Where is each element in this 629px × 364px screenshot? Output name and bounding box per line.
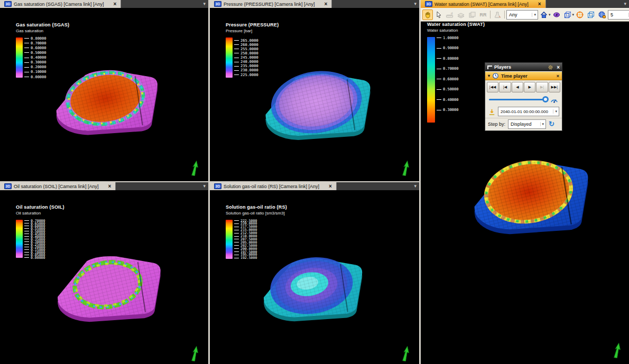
chevron-down-icon[interactable]: ▾ [549,13,551,17]
cube-faces-button[interactable] [562,10,573,20]
toolbar-separator [490,11,491,18]
north-arrow-icon [189,159,201,177]
chevron-down-icon[interactable]: ▾ [532,13,538,17]
well-filter-button[interactable] [492,10,503,20]
time-player-header[interactable]: ▾ Time player × [485,71,562,80]
player-controls: |◀◀ |◀ ◀ ▶ ▶| ▶▶| [485,80,562,94]
play-forward-button[interactable]: ▶ [524,82,535,92]
players-title: Players [494,64,511,70]
window-icon [487,66,492,69]
gear-icon[interactable] [548,64,553,70]
close-icon[interactable]: × [557,64,560,70]
set-time-icon[interactable] [488,108,496,116]
chevron-down-icon[interactable]: ▾ [553,109,559,114]
copy-icon [468,11,476,19]
select-arrow-button[interactable] [433,10,444,20]
flask-icon [493,11,502,19]
colorbar [226,38,233,78]
refresh-icon[interactable]: ↻ [549,120,554,127]
play-backward-button[interactable]: ◀ [512,82,523,92]
copy-plane-button[interactable] [467,10,477,20]
colorbar [16,38,23,78]
close-icon[interactable]: × [329,184,332,189]
colorbar-ticks: 265.0000 260.0000 255.0000 250.0000 245.… [234,39,258,77]
speed-gauge-icon[interactable] [550,96,558,103]
camera-eye-icon [552,11,561,19]
zoom-all-button[interactable] [575,10,585,20]
close-icon[interactable]: × [114,2,117,6]
legend-subtitle: Water saturation [427,28,485,33]
viewport-sgas[interactable]: Gas saturation (SGAS) Gas saturation 0.8… [0,8,208,181]
skip-end-button[interactable]: ▶▶| [549,82,560,92]
close-icon[interactable]: × [325,2,328,6]
bounding-box-button[interactable] [586,10,596,20]
world-axes-button[interactable] [597,10,607,20]
tab-menu-icon[interactable]: ▾ [624,1,626,6]
tab-pressure[interactable]: 3D Pressure (PRESSURE) [Camera link] [An… [210,0,332,8]
timestep-combobox[interactable]: 2040-01-01 00:00:00.000 ▾ [498,107,559,116]
colorbar-ticks: 0.70000 0.65000 0.60000 0.55000 0.50000 … [24,219,45,258]
cube-icon [563,11,572,19]
chevron-down-icon[interactable]: ▾ [540,122,546,126]
legend-title: Oil saturation (SOIL) [16,204,64,210]
grid-scale-combobox[interactable]: 5 ▾ [608,10,629,20]
north-arrow-icon [189,344,201,362]
tab-oil-saturation[interactable]: 3D Oil saturation (SOIL) [Camera link] [… [0,182,116,190]
view-3d-icon: 3D [425,1,432,7]
north-arrow-icon [400,344,412,362]
measure-distance-button[interactable]: d [445,10,455,20]
hand-icon [423,11,432,19]
ruler-icon: d [446,11,454,19]
time-slider[interactable] [489,99,547,100]
tab-menu-icon[interactable]: ▾ [203,1,206,6]
tab-solution-gor[interactable]: 3D Solution gas-oil ratio (RS) [Camera l… [210,182,337,190]
pan-hand-button[interactable] [422,10,433,20]
view-toolbar: d RR [421,8,629,22]
horizontal-splitter[interactable] [0,181,208,182]
skip-start-button[interactable]: |◀◀ [487,82,498,92]
viewport-rs[interactable]: Solution gas-oil ratio (RS) Solution gas… [210,190,419,364]
filter-any-combobox[interactable]: Any ▾ [506,10,538,20]
toolbar-separator [504,11,505,18]
step-forward-button[interactable]: ▶| [536,82,548,92]
legend-title: Gas saturation (SGAS) [16,22,69,27]
region-labels-button[interactable]: RR [478,10,488,20]
players-titlebar[interactable]: Players × [485,63,562,71]
close-icon[interactable]: × [108,184,112,189]
collapse-icon[interactable]: ▾ [488,73,490,78]
tab-menu-icon[interactable]: ▾ [414,1,417,6]
legend-sgas: Gas saturation (SGAS) Gas saturation 0.8… [16,22,69,79]
tabstrip-soil: 3D Oil saturation (SOIL) [Camera link] [… [0,182,208,190]
vertical-splitter[interactable] [419,0,421,364]
viewport-pressure[interactable]: Pressure (PRESSURE) Pressure [bar] 265.0… [210,8,419,181]
step-back-button[interactable]: |◀ [499,82,511,92]
intersection-plane-button[interactable] [456,10,466,20]
players-panel: Players × ▾ Time player × [485,62,562,131]
tabstrip-swat: 3D Water saturation (SWAT) [Camera link]… [421,0,629,8]
legend-title: Pressure (PRESSURE) [226,22,279,27]
slider-thumb[interactable] [542,96,549,102]
close-icon[interactable]: × [557,73,559,79]
tabstrip-sgas: 3D Gas saturation (SGAS) [Camera link] [… [0,0,208,8]
tab-gas-saturation[interactable]: 3D Gas saturation (SGAS) [Camera link] [… [0,0,121,8]
tab-menu-icon[interactable]: ▾ [203,183,206,189]
tab-water-saturation[interactable]: 3D Water saturation (SWAT) [Camera link]… [421,0,546,8]
horizontal-splitter[interactable] [210,181,419,182]
legend-subtitle: Pressure [bar] [226,29,279,33]
tabstrip-rs: 3D Solution gas-oil ratio (RS) [Camera l… [210,182,419,190]
close-icon[interactable]: × [538,2,541,6]
legend-soil: Oil saturation (SOIL) Oil saturation 0.7… [16,204,64,258]
tab-menu-icon[interactable]: ▾ [414,183,417,189]
step-by-combobox[interactable]: Displayed ▾ [508,119,546,129]
time-slider-row [485,94,562,105]
camera-views-button[interactable] [551,10,562,20]
cursor-icon [434,11,443,19]
view-3d-icon: 3D [214,183,221,189]
viewport-soil[interactable]: Oil saturation (SOIL) Oil saturation 0.7… [0,190,208,364]
chevron-down-icon[interactable]: ▾ [572,13,575,17]
default-view-button[interactable] [539,10,549,20]
viewport-swat[interactable]: Water saturation (SWAT) Water saturation… [421,22,629,364]
legend-subtitle: Oil saturation [16,211,64,216]
combobox-value: Any [509,12,517,17]
panel-gas-saturation: 3D Gas saturation (SGAS) [Camera link] [… [0,0,208,181]
